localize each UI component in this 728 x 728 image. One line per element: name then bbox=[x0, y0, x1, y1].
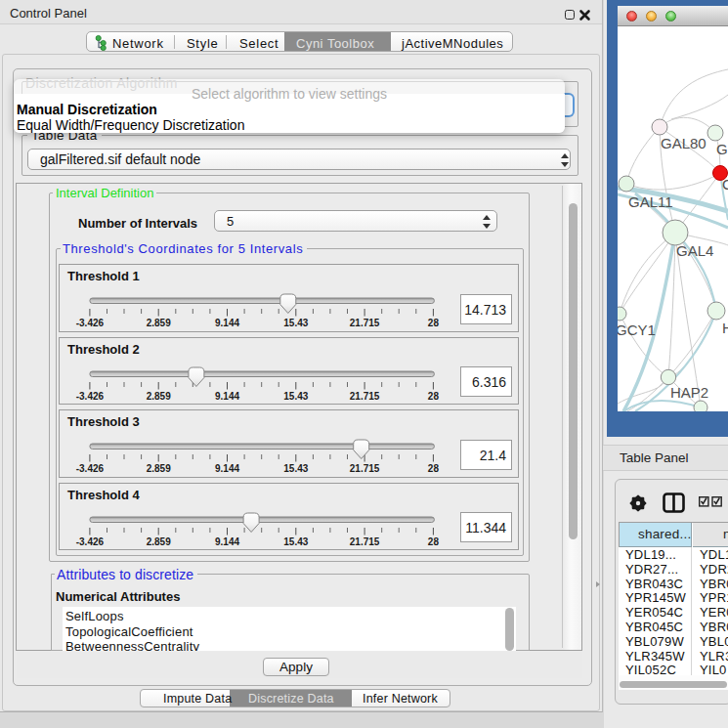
svg-text:C: C bbox=[722, 176, 728, 193]
svg-text:GAL11: GAL11 bbox=[628, 193, 673, 210]
svg-text:9.144: 9.144 bbox=[215, 390, 239, 401]
svg-text:21.715: 21.715 bbox=[350, 318, 380, 328]
svg-text:15.43: 15.43 bbox=[283, 318, 308, 328]
svg-text:GCY1: GCY1 bbox=[618, 321, 656, 338]
svg-text:-3.426: -3.426 bbox=[76, 463, 105, 474]
svg-text:2.859: 2.859 bbox=[147, 318, 171, 328]
svg-text:-3.426: -3.426 bbox=[76, 390, 105, 401]
svg-text:GAL80: GAL80 bbox=[661, 135, 707, 151]
svg-text:GAL4: GAL4 bbox=[676, 242, 713, 259]
svg-text:9.144: 9.144 bbox=[215, 463, 239, 474]
svg-text:2.859: 2.859 bbox=[147, 535, 171, 546]
svg-text:2.859: 2.859 bbox=[147, 463, 171, 474]
svg-text:15.43: 15.43 bbox=[283, 390, 308, 401]
svg-text:2.859: 2.859 bbox=[147, 390, 171, 401]
svg-text:28: 28 bbox=[428, 535, 440, 546]
svg-text:15.43: 15.43 bbox=[283, 535, 308, 546]
svg-text:21.715: 21.715 bbox=[350, 390, 380, 401]
svg-text:9.144: 9.144 bbox=[215, 535, 239, 546]
svg-text:H: H bbox=[722, 320, 728, 336]
svg-text:HAP2: HAP2 bbox=[670, 384, 708, 401]
svg-text:28: 28 bbox=[428, 463, 440, 474]
svg-text:G.: G. bbox=[716, 141, 728, 157]
svg-text:28: 28 bbox=[428, 318, 440, 328]
svg-text:-3.426: -3.426 bbox=[76, 535, 105, 546]
svg-text:21.715: 21.715 bbox=[350, 535, 380, 546]
svg-text:21.715: 21.715 bbox=[350, 463, 380, 474]
svg-text:-3.426: -3.426 bbox=[76, 318, 105, 328]
svg-text:9.144: 9.144 bbox=[215, 318, 239, 328]
svg-text:15.43: 15.43 bbox=[283, 463, 308, 474]
svg-text:28: 28 bbox=[428, 390, 440, 401]
